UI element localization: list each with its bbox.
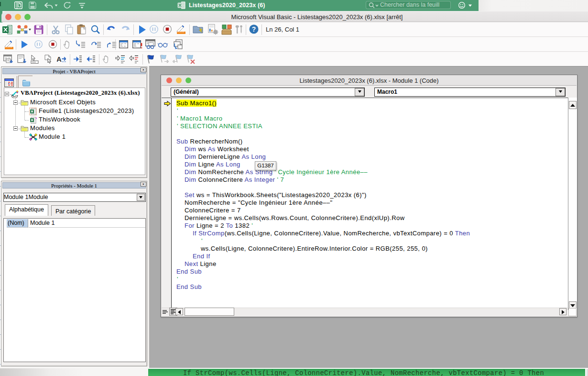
svg-text:?: ?: [252, 25, 256, 33]
svg-text:A: A: [57, 55, 62, 63]
